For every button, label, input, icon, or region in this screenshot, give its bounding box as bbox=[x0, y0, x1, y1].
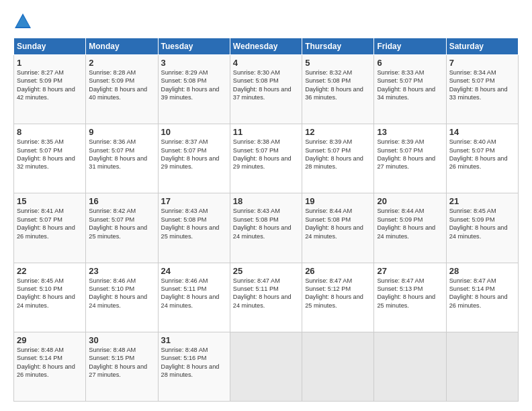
calendar-cell: 6 Sunrise: 8:33 AMSunset: 5:07 PMDayligh… bbox=[374, 55, 446, 124]
day-number: 28 bbox=[449, 266, 515, 276]
day-number: 11 bbox=[233, 127, 299, 137]
calendar-cell: 4 Sunrise: 8:30 AMSunset: 5:08 PMDayligh… bbox=[230, 55, 302, 124]
logo-icon bbox=[13, 12, 32, 31]
calendar-cell: 29 Sunrise: 8:48 AMSunset: 5:14 PMDaylig… bbox=[14, 332, 86, 401]
calendar-cell: 5 Sunrise: 8:32 AMSunset: 5:08 PMDayligh… bbox=[302, 55, 374, 124]
calendar-cell: 15 Sunrise: 8:41 AMSunset: 5:07 PMDaylig… bbox=[14, 193, 86, 263]
day-detail: Sunrise: 8:46 AMSunset: 5:10 PMDaylight:… bbox=[89, 277, 154, 310]
day-number: 7 bbox=[449, 58, 515, 68]
day-number: 3 bbox=[161, 58, 227, 68]
day-number: 25 bbox=[233, 266, 299, 276]
calendar-cell: 22 Sunrise: 8:45 AMSunset: 5:10 PMDaylig… bbox=[14, 263, 86, 332]
day-detail: Sunrise: 8:32 AMSunset: 5:08 PMDaylight:… bbox=[305, 68, 371, 102]
calendar-cell: 10 Sunrise: 8:37 AMSunset: 5:07 PMDaylig… bbox=[158, 124, 230, 193]
calendar-cell: 19 Sunrise: 8:44 AMSunset: 5:08 PMDaylig… bbox=[302, 193, 374, 263]
calendar-cell: 13 Sunrise: 8:39 AMSunset: 5:07 PMDaylig… bbox=[374, 124, 446, 193]
day-detail: Sunrise: 8:47 AMSunset: 5:12 PMDaylight:… bbox=[305, 277, 371, 310]
day-detail: Sunrise: 8:37 AMSunset: 5:07 PMDaylight:… bbox=[161, 138, 227, 171]
calendar-cell: 23 Sunrise: 8:46 AMSunset: 5:10 PMDaylig… bbox=[86, 263, 158, 332]
col-header-friday: Friday bbox=[374, 38, 446, 55]
calendar-cell: 17 Sunrise: 8:43 AMSunset: 5:08 PMDaylig… bbox=[158, 193, 230, 263]
day-number: 9 bbox=[89, 127, 154, 137]
calendar-cell: 12 Sunrise: 8:39 AMSunset: 5:07 PMDaylig… bbox=[302, 124, 374, 193]
day-detail: Sunrise: 8:47 AMSunset: 5:13 PMDaylight:… bbox=[377, 277, 443, 310]
day-detail: Sunrise: 8:28 AMSunset: 5:09 PMDaylight:… bbox=[89, 68, 154, 102]
day-number: 27 bbox=[377, 266, 443, 276]
day-number: 18 bbox=[233, 196, 299, 206]
calendar-cell: 30 Sunrise: 8:48 AMSunset: 5:15 PMDaylig… bbox=[86, 332, 158, 401]
day-detail: Sunrise: 8:33 AMSunset: 5:07 PMDaylight:… bbox=[377, 68, 443, 102]
calendar-cell: 28 Sunrise: 8:47 AMSunset: 5:14 PMDaylig… bbox=[446, 263, 518, 332]
day-detail: Sunrise: 8:29 AMSunset: 5:08 PMDaylight:… bbox=[161, 68, 227, 102]
day-number: 15 bbox=[17, 196, 83, 206]
day-number: 10 bbox=[161, 127, 227, 137]
day-number: 23 bbox=[89, 266, 154, 276]
col-header-sunday: Sunday bbox=[14, 38, 86, 55]
col-header-tuesday: Tuesday bbox=[158, 38, 230, 55]
calendar-cell: 9 Sunrise: 8:36 AMSunset: 5:07 PMDayligh… bbox=[86, 124, 158, 193]
day-detail: Sunrise: 8:38 AMSunset: 5:07 PMDaylight:… bbox=[233, 138, 299, 171]
calendar-header-row: SundayMondayTuesdayWednesdayThursdayFrid… bbox=[14, 38, 519, 55]
day-detail: Sunrise: 8:47 AMSunset: 5:11 PMDaylight:… bbox=[233, 277, 299, 310]
col-header-thursday: Thursday bbox=[302, 38, 374, 55]
calendar-cell bbox=[230, 332, 302, 401]
calendar-week-3: 15 Sunrise: 8:41 AMSunset: 5:07 PMDaylig… bbox=[14, 193, 519, 263]
col-header-monday: Monday bbox=[86, 38, 158, 55]
day-number: 16 bbox=[89, 196, 154, 206]
day-detail: Sunrise: 8:39 AMSunset: 5:07 PMDaylight:… bbox=[377, 138, 443, 171]
calendar-cell: 1 Sunrise: 8:27 AMSunset: 5:09 PMDayligh… bbox=[14, 55, 86, 124]
calendar-week-5: 29 Sunrise: 8:48 AMSunset: 5:14 PMDaylig… bbox=[14, 332, 519, 401]
day-number: 29 bbox=[17, 335, 83, 345]
calendar-cell: 11 Sunrise: 8:38 AMSunset: 5:07 PMDaylig… bbox=[230, 124, 302, 193]
day-detail: Sunrise: 8:48 AMSunset: 5:16 PMDaylight:… bbox=[161, 346, 227, 379]
day-detail: Sunrise: 8:47 AMSunset: 5:14 PMDaylight:… bbox=[449, 277, 515, 310]
day-detail: Sunrise: 8:35 AMSunset: 5:07 PMDaylight:… bbox=[17, 138, 83, 171]
day-number: 4 bbox=[233, 58, 299, 68]
day-detail: Sunrise: 8:27 AMSunset: 5:09 PMDaylight:… bbox=[17, 68, 83, 102]
day-detail: Sunrise: 8:46 AMSunset: 5:11 PMDaylight:… bbox=[161, 277, 227, 310]
day-detail: Sunrise: 8:36 AMSunset: 5:07 PMDaylight:… bbox=[89, 138, 154, 171]
calendar-table: SundayMondayTuesdayWednesdayThursdayFrid… bbox=[13, 38, 519, 402]
day-detail: Sunrise: 8:44 AMSunset: 5:08 PMDaylight:… bbox=[305, 207, 371, 240]
day-number: 21 bbox=[449, 196, 515, 206]
col-header-saturday: Saturday bbox=[446, 38, 518, 55]
day-number: 2 bbox=[89, 58, 154, 68]
day-number: 22 bbox=[17, 266, 83, 276]
day-detail: Sunrise: 8:43 AMSunset: 5:08 PMDaylight:… bbox=[233, 207, 299, 240]
col-header-wednesday: Wednesday bbox=[230, 38, 302, 55]
day-detail: Sunrise: 8:45 AMSunset: 5:10 PMDaylight:… bbox=[17, 277, 83, 310]
day-detail: Sunrise: 8:42 AMSunset: 5:07 PMDaylight:… bbox=[89, 207, 154, 240]
calendar-cell: 25 Sunrise: 8:47 AMSunset: 5:11 PMDaylig… bbox=[230, 263, 302, 332]
calendar-cell: 8 Sunrise: 8:35 AMSunset: 5:07 PMDayligh… bbox=[14, 124, 86, 193]
svg-marker-1 bbox=[16, 15, 30, 27]
calendar-cell: 31 Sunrise: 8:48 AMSunset: 5:16 PMDaylig… bbox=[158, 332, 230, 401]
day-number: 19 bbox=[305, 196, 371, 206]
calendar-cell: 24 Sunrise: 8:46 AMSunset: 5:11 PMDaylig… bbox=[158, 263, 230, 332]
calendar-cell: 16 Sunrise: 8:42 AMSunset: 5:07 PMDaylig… bbox=[86, 193, 158, 263]
day-detail: Sunrise: 8:44 AMSunset: 5:09 PMDaylight:… bbox=[377, 207, 443, 240]
day-number: 8 bbox=[17, 127, 83, 137]
calendar-cell: 2 Sunrise: 8:28 AMSunset: 5:09 PMDayligh… bbox=[86, 55, 158, 124]
day-detail: Sunrise: 8:48 AMSunset: 5:15 PMDaylight:… bbox=[89, 346, 154, 379]
calendar-cell bbox=[374, 332, 446, 401]
day-number: 5 bbox=[305, 58, 371, 68]
day-number: 14 bbox=[449, 127, 515, 137]
calendar-cell: 27 Sunrise: 8:47 AMSunset: 5:13 PMDaylig… bbox=[374, 263, 446, 332]
logo bbox=[13, 12, 35, 31]
day-detail: Sunrise: 8:34 AMSunset: 5:07 PMDaylight:… bbox=[449, 68, 515, 102]
calendar-cell: 18 Sunrise: 8:43 AMSunset: 5:08 PMDaylig… bbox=[230, 193, 302, 263]
day-detail: Sunrise: 8:39 AMSunset: 5:07 PMDaylight:… bbox=[305, 138, 371, 171]
calendar-cell: 7 Sunrise: 8:34 AMSunset: 5:07 PMDayligh… bbox=[446, 55, 518, 124]
day-detail: Sunrise: 8:45 AMSunset: 5:09 PMDaylight:… bbox=[449, 207, 515, 240]
day-number: 1 bbox=[17, 58, 83, 68]
day-detail: Sunrise: 8:30 AMSunset: 5:08 PMDaylight:… bbox=[233, 68, 299, 102]
day-number: 12 bbox=[305, 127, 371, 137]
calendar-week-2: 8 Sunrise: 8:35 AMSunset: 5:07 PMDayligh… bbox=[14, 124, 519, 193]
day-detail: Sunrise: 8:40 AMSunset: 5:07 PMDaylight:… bbox=[449, 138, 515, 171]
calendar-cell: 21 Sunrise: 8:45 AMSunset: 5:09 PMDaylig… bbox=[446, 193, 518, 263]
day-detail: Sunrise: 8:43 AMSunset: 5:08 PMDaylight:… bbox=[161, 207, 227, 240]
calendar-week-1: 1 Sunrise: 8:27 AMSunset: 5:09 PMDayligh… bbox=[14, 55, 519, 124]
day-number: 6 bbox=[377, 58, 443, 68]
day-detail: Sunrise: 8:41 AMSunset: 5:07 PMDaylight:… bbox=[17, 207, 83, 240]
header bbox=[13, 12, 519, 31]
